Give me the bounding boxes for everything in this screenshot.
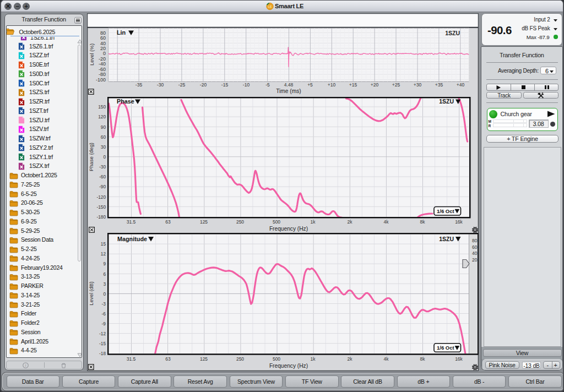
svg-text:31.5: 31.5 [127,219,136,225]
svg-text:+10: +10 [328,82,336,88]
svg-text:-30: -30 [99,164,106,170]
svg-text:-5: -5 [265,82,270,88]
svg-text:80: 80 [100,30,106,36]
svg-text:-15: -15 [221,82,229,88]
svg-text:-80: -80 [99,72,106,77]
svg-text:1SZU: 1SZU [439,98,454,105]
svg-text:1k: 1k [311,356,316,362]
svg-text:40: 40 [100,41,106,46]
svg-text:4.48: 4.48 [284,82,294,88]
svg-text:8k: 8k [420,219,426,225]
svg-text:90: 90 [101,124,106,130]
svg-text:Level (%): Level (%) [89,43,95,66]
svg-text:Magnitude: Magnitude [117,236,147,242]
svg-text:-90: -90 [99,184,106,189]
svg-text:-20: -20 [200,82,207,88]
svg-text:8k: 8k [420,356,426,362]
svg-text:63: 63 [165,219,171,225]
svg-text:1k: 1k [311,219,316,225]
svg-text:1/6 Oct: 1/6 Oct [437,345,455,351]
svg-text:40: 40 [472,251,478,256]
svg-text:12: 12 [101,251,106,257]
svg-text:-9: -9 [102,321,106,326]
svg-text:120: 120 [98,114,106,119]
svg-text:16k: 16k [455,219,463,225]
svg-text:150: 150 [98,104,106,110]
svg-text:60: 60 [100,35,106,41]
svg-text:+5: +5 [307,82,313,88]
svg-text:+15: +15 [349,82,357,88]
svg-text:-40: -40 [99,61,106,67]
svg-text:500: 500 [273,356,280,362]
svg-text:500: 500 [273,219,280,225]
svg-text:0: 0 [103,154,106,160]
svg-text:Phase: Phase [117,98,134,105]
svg-text:125: 125 [200,219,208,225]
svg-text:250: 250 [236,356,244,362]
svg-text:9: 9 [103,261,106,266]
svg-text:-180: -180 [96,214,106,220]
svg-text:+40: +40 [457,82,465,88]
svg-text:125: 125 [200,356,208,362]
svg-text:0: 0 [103,291,106,297]
svg-text:LE: LE [268,5,272,8]
svg-text:15: 15 [101,241,106,247]
svg-text:-3: -3 [102,301,106,307]
svg-text:Frequency (Hz): Frequency (Hz) [269,226,308,232]
svg-text:20: 20 [472,257,478,263]
svg-text:16k: 16k [455,356,463,362]
svg-text:-120: -120 [96,194,106,200]
svg-text:i: i [25,363,26,368]
svg-text:-60: -60 [99,174,106,179]
svg-text:Lin: Lin [117,29,126,36]
svg-text:63: 63 [165,356,171,362]
svg-text:80: 80 [472,238,478,243]
svg-text:0: 0 [103,51,106,56]
svg-text:+25: +25 [392,82,400,88]
svg-text:60: 60 [472,244,478,250]
svg-text:2k: 2k [348,219,353,225]
svg-text:-30: -30 [157,82,164,88]
svg-text:6: 6 [103,271,106,277]
svg-text:-60: -60 [99,67,106,72]
svg-text:-6: -6 [102,311,106,317]
svg-text:4k: 4k [384,219,389,225]
svg-text:Time (ms): Time (ms) [276,88,301,94]
svg-text:250: 250 [236,219,244,225]
svg-text:Frequency (Hz): Frequency (Hz) [269,363,308,369]
svg-text:2k: 2k [348,356,353,362]
svg-text:3: 3 [103,281,106,287]
svg-text:-35: -35 [135,82,143,88]
svg-text:+35: +35 [435,82,443,88]
svg-text:-100: -100 [96,77,106,83]
svg-text:-25: -25 [178,82,186,88]
svg-text:30: 30 [101,144,106,150]
svg-text:-10: -10 [243,82,250,88]
svg-text:60: 60 [101,134,106,140]
svg-text:20: 20 [100,46,106,51]
svg-text:Level (dB): Level (dB) [88,281,94,305]
svg-text:Phase (deg): Phase (deg) [88,143,94,171]
svg-text:4k: 4k [384,356,389,362]
svg-text:+30: +30 [414,82,422,88]
svg-text:1SZU: 1SZU [439,236,454,242]
svg-text:-12: -12 [99,331,106,336]
svg-text:-150: -150 [96,204,106,210]
svg-text:1/6 Oct: 1/6 Oct [437,208,455,214]
svg-text:31.5: 31.5 [127,356,136,362]
svg-text:+20: +20 [371,82,379,88]
svg-text:-18: -18 [99,351,106,356]
svg-text:1SZU: 1SZU [445,30,460,36]
svg-text:-15: -15 [99,341,106,346]
svg-text:-20: -20 [99,56,106,62]
